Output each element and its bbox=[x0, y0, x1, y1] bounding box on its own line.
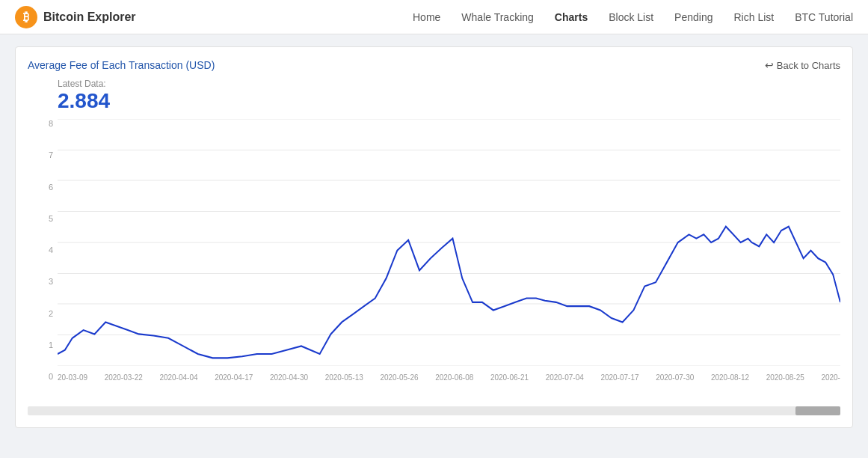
y-label-7: 7 bbox=[28, 150, 58, 159]
app-title: Bitcoin Explorer bbox=[43, 10, 136, 24]
x-label-13: 2020-08-25 bbox=[766, 373, 804, 388]
chart-line bbox=[58, 227, 840, 358]
x-label-9: 2020-07-04 bbox=[546, 373, 584, 388]
y-label-5: 5 bbox=[28, 214, 58, 223]
back-arrow-icon: ↩ bbox=[765, 59, 774, 71]
x-label-4: 2020-04-30 bbox=[270, 373, 308, 388]
y-label-4: 4 bbox=[28, 245, 58, 254]
chart-card-header: Average Fee of Each Transaction (USD) ↩ … bbox=[28, 59, 840, 71]
bitcoin-logo-icon: ₿ bbox=[15, 6, 37, 28]
x-label-14: 2020- bbox=[821, 373, 840, 388]
main-content: Average Fee of Each Transaction (USD) ↩ … bbox=[0, 34, 868, 440]
nav-rich-list[interactable]: Rich List bbox=[734, 11, 775, 23]
y-label-8: 8 bbox=[28, 119, 58, 128]
latest-data-label: Latest Data: bbox=[58, 79, 840, 89]
y-label-1: 1 bbox=[28, 341, 58, 349]
x-label-10: 2020-07-17 bbox=[600, 373, 638, 388]
nav-pending[interactable]: Pending bbox=[674, 11, 712, 23]
x-label-8: 2020-06-21 bbox=[490, 373, 529, 388]
x-label-1: 2020-03-22 bbox=[105, 373, 143, 388]
back-to-charts-button[interactable]: ↩ Back to Charts bbox=[765, 59, 840, 71]
y-label-6: 6 bbox=[28, 183, 58, 192]
x-label-11: 2020-07-30 bbox=[656, 373, 694, 388]
x-label-12: 2020-08-12 bbox=[711, 373, 749, 388]
nav-home[interactable]: Home bbox=[413, 11, 440, 23]
x-label-7: 2020-06-08 bbox=[435, 373, 473, 388]
x-label-2: 2020-04-04 bbox=[159, 373, 197, 388]
line-chart-svg bbox=[58, 119, 840, 366]
nav-whale-tracking[interactable]: Whale Tracking bbox=[461, 11, 533, 23]
chart-scrollbar[interactable] bbox=[28, 406, 840, 415]
chart-area: 0 1 2 3 4 5 6 7 8 bbox=[28, 119, 840, 403]
x-label-0: 20-03-09 bbox=[58, 373, 87, 388]
header: ₿ Bitcoin Explorer Home Whale Tracking C… bbox=[0, 0, 868, 34]
x-axis: 20-03-09 2020-03-22 2020-04-04 2020-04-1… bbox=[58, 373, 840, 388]
x-label-5: 2020-05-13 bbox=[325, 373, 363, 388]
chart-card: Average Fee of Each Transaction (USD) ↩ … bbox=[15, 46, 853, 428]
nav-block-list[interactable]: Block List bbox=[609, 11, 653, 23]
y-label-2: 2 bbox=[28, 309, 58, 318]
chart-svg-container bbox=[58, 119, 840, 366]
x-label-3: 2020-04-17 bbox=[215, 373, 253, 388]
nav-charts[interactable]: Charts bbox=[555, 11, 588, 23]
nav-btc-tutorial[interactable]: BTC Tutorial bbox=[795, 11, 853, 23]
y-label-0: 0 bbox=[28, 372, 58, 381]
x-label-6: 2020-05-26 bbox=[380, 373, 418, 388]
y-label-3: 3 bbox=[28, 277, 58, 286]
chart-title: Average Fee of Each Transaction (USD) bbox=[28, 59, 215, 71]
y-axis: 0 1 2 3 4 5 6 7 8 bbox=[28, 119, 58, 381]
latest-data-value: 2.884 bbox=[58, 89, 840, 113]
scrollbar-thumb[interactable] bbox=[795, 406, 840, 415]
logo-area: ₿ Bitcoin Explorer bbox=[15, 6, 136, 28]
main-nav: Home Whale Tracking Charts Block List Pe… bbox=[413, 11, 853, 23]
